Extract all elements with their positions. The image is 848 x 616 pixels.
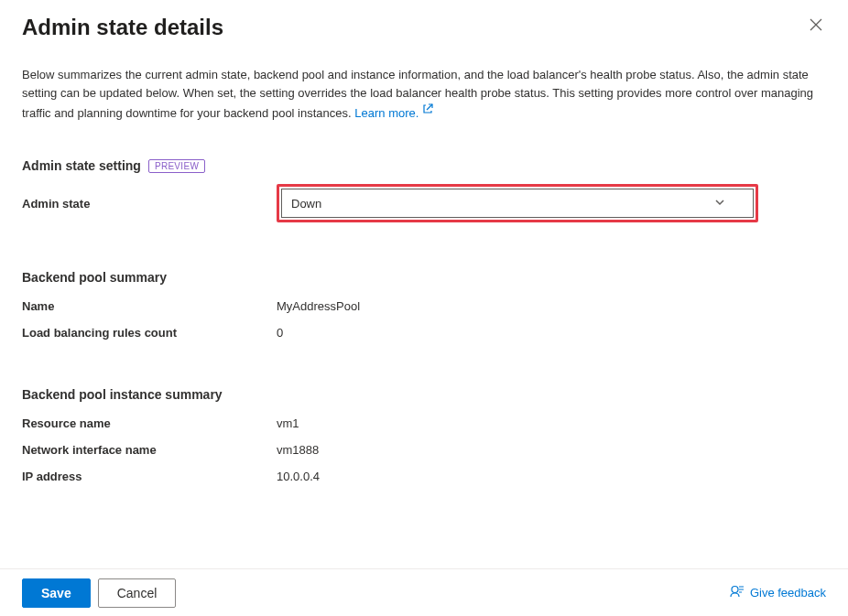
pool-name-label: Name	[22, 299, 277, 313]
preview-badge: PREVIEW	[148, 159, 205, 173]
give-feedback-label: Give feedback	[750, 586, 826, 600]
close-icon	[810, 18, 822, 34]
ip-address-label: IP address	[22, 470, 277, 483]
backend-pool-instance-heading: Backend pool instance summary	[22, 387, 826, 402]
backend-pool-summary-heading: Backend pool summary	[22, 270, 826, 285]
rules-count-label: Load balancing rules count	[22, 326, 277, 340]
learn-more-label: Learn more.	[354, 106, 419, 120]
resource-name-value: vm1	[277, 416, 299, 430]
resource-name-label: Resource name	[22, 416, 277, 430]
admin-state-heading-text: Admin state setting	[22, 158, 141, 173]
admin-state-label: Admin state	[22, 197, 277, 211]
page-title: Admin state details	[22, 15, 223, 40]
save-button[interactable]: Save	[22, 578, 91, 608]
pool-name-value: MyAddressPool	[277, 299, 360, 313]
admin-state-section: Admin state setting PREVIEW Admin state …	[22, 158, 826, 222]
backend-pool-instance-section: Backend pool instance summary Resource n…	[22, 387, 826, 483]
admin-state-dropdown[interactable]: Down	[281, 189, 754, 218]
cancel-button[interactable]: Cancel	[98, 578, 177, 608]
give-feedback-link[interactable]: Give feedback	[730, 584, 826, 601]
rules-count-value: 0	[277, 326, 283, 340]
feedback-icon	[730, 584, 745, 601]
nic-name-label: Network interface name	[22, 443, 277, 457]
footer-bar: Save Cancel Give feedback	[0, 568, 848, 616]
backend-pool-summary-section: Backend pool summary Name MyAddressPool …	[22, 270, 826, 340]
close-button[interactable]	[806, 15, 826, 38]
learn-more-link[interactable]: Learn more.	[354, 106, 433, 120]
chevron-down-icon	[714, 197, 725, 211]
description-text: Below summarizes the current admin state…	[22, 66, 826, 122]
admin-state-selected: Down	[291, 197, 321, 211]
admin-state-highlight: Down	[277, 184, 758, 222]
external-link-icon	[422, 102, 433, 120]
nic-name-value: vm1888	[277, 443, 319, 457]
svg-point-2	[732, 587, 738, 593]
ip-address-value: 10.0.0.4	[277, 470, 320, 483]
admin-state-heading: Admin state setting PREVIEW	[22, 158, 826, 173]
